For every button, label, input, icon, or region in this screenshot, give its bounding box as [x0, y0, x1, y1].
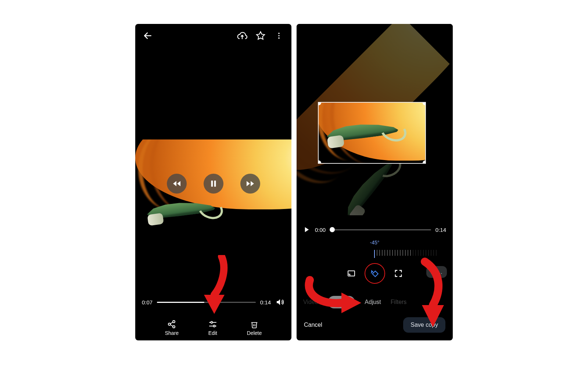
play-icon	[304, 226, 310, 233]
reset-label: Re…	[431, 269, 442, 275]
svg-rect-9	[214, 181, 216, 187]
star-outline-icon	[256, 31, 265, 40]
rotation-angle-label: -45°	[297, 240, 453, 245]
pause-icon	[209, 180, 218, 188]
delete-button[interactable]: Delete	[247, 321, 262, 336]
svg-rect-26	[348, 271, 355, 276]
trash-icon	[250, 321, 258, 329]
cloud-upload-icon	[237, 31, 247, 41]
svg-point-20	[211, 322, 213, 323]
time-current: 0:07	[142, 299, 153, 305]
back-button[interactable]	[142, 30, 154, 42]
favorite-button[interactable]	[255, 30, 266, 42]
rewind-icon	[172, 179, 181, 188]
editor-footer: Cancel Save copy	[297, 316, 453, 334]
fast-forward-icon	[246, 179, 255, 188]
share-label: Share	[165, 330, 179, 336]
editor-track[interactable]	[330, 229, 431, 230]
bottom-action-bar: Share Edit Delete	[135, 315, 291, 336]
editor-time-total: 0:14	[435, 227, 446, 233]
cloud-upload-button[interactable]	[236, 30, 248, 42]
tune-icon	[208, 320, 217, 329]
edit-button[interactable]: Edit	[208, 320, 217, 336]
volume-up-icon	[276, 298, 284, 307]
svg-marker-12	[277, 299, 280, 305]
svg-marker-7	[177, 181, 180, 186]
svg-point-15	[173, 326, 175, 328]
screenshot-pair: 0:07 0:14 Share Edit Delete	[134, 24, 454, 344]
svg-point-3	[278, 33, 280, 34]
crop-frame[interactable]	[319, 103, 425, 163]
editor-scrubber[interactable]: 0:00 0:14	[303, 224, 446, 235]
save-copy-button[interactable]: Save copy	[403, 317, 445, 333]
volume-button[interactable]	[275, 297, 285, 307]
playback-controls	[135, 174, 291, 194]
rotation-angle-ruler[interactable]	[374, 248, 437, 258]
tab-video[interactable]: Video	[303, 299, 318, 305]
edit-label: Edit	[208, 330, 217, 336]
svg-point-5	[278, 38, 280, 39]
svg-marker-6	[173, 181, 176, 186]
svg-marker-2	[257, 32, 265, 39]
aspect-ratio-button[interactable]	[346, 268, 356, 279]
svg-point-14	[168, 323, 171, 325]
phone-left-viewer: 0:07 0:14 Share Edit Delete	[135, 24, 291, 340]
svg-point-13	[173, 321, 175, 323]
share-button[interactable]: Share	[165, 320, 179, 336]
editor-scrubber-thumb[interactable]	[330, 227, 335, 232]
play-button[interactable]	[303, 224, 311, 236]
more-vert-icon	[275, 32, 283, 40]
svg-line-17	[171, 325, 173, 326]
top-bar	[135, 24, 291, 47]
forward-button[interactable]	[240, 174, 260, 194]
rewind-button[interactable]	[167, 174, 187, 194]
reset-button[interactable]: Re…	[426, 266, 447, 278]
editor-time-current: 0:00	[315, 227, 326, 233]
editor-tab-row: Video Crop Adjust Filters	[297, 293, 453, 311]
svg-marker-25	[305, 227, 309, 232]
scrubber-progress	[157, 302, 204, 303]
svg-marker-10	[251, 181, 254, 186]
crop-handle-br[interactable]	[423, 160, 425, 163]
expand-crop-button[interactable]	[393, 268, 404, 279]
share-icon	[167, 320, 176, 329]
pause-button[interactable]	[204, 174, 223, 194]
phone-right-editor: 0:00 0:14 -45°	[297, 24, 453, 340]
fullscreen-icon	[394, 269, 402, 277]
time-total: 0:14	[260, 299, 271, 305]
cancel-button[interactable]: Cancel	[304, 322, 322, 328]
delete-label: Delete	[247, 330, 262, 336]
svg-point-4	[278, 35, 280, 36]
svg-marker-11	[247, 181, 250, 186]
rotate-button[interactable]	[370, 268, 380, 279]
svg-point-21	[214, 325, 215, 327]
arrow-left-icon	[143, 31, 153, 40]
rotate-ccw-icon	[370, 269, 380, 278]
video-scrubber[interactable]: 0:07 0:14	[142, 297, 285, 307]
tab-adjust[interactable]: Adjust	[365, 299, 381, 305]
crop-canvas[interactable]	[297, 24, 453, 215]
tab-crop[interactable]: Crop	[328, 296, 355, 308]
aspect-ratio-icon	[347, 269, 356, 278]
overflow-menu-button[interactable]	[273, 30, 285, 42]
scrubber-track[interactable]	[157, 302, 256, 303]
svg-line-16	[171, 322, 173, 324]
crop-handle-bl[interactable]	[319, 160, 321, 163]
svg-rect-8	[211, 181, 213, 187]
video-preview[interactable]	[135, 139, 291, 228]
tab-filters[interactable]: Filters	[391, 299, 407, 305]
